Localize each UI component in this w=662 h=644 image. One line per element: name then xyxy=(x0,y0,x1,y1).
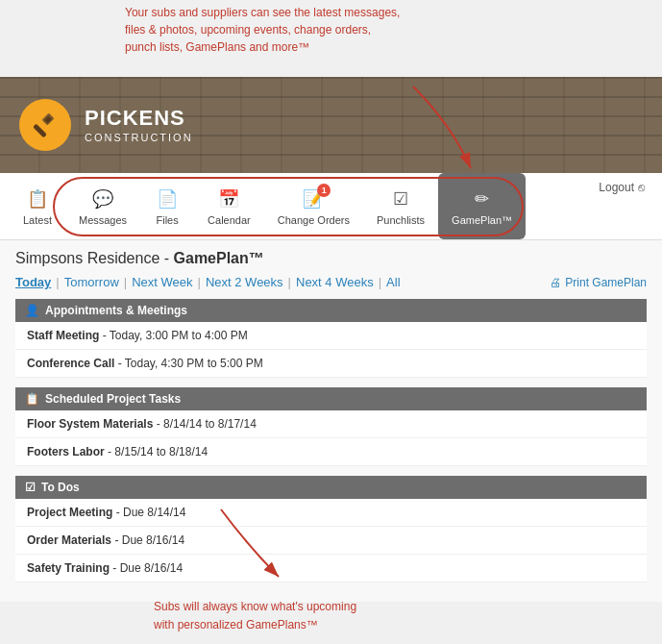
item-name: Order Materials xyxy=(27,533,111,547)
nav-item-messages[interactable]: 💬Messages xyxy=(65,173,140,239)
section-todos: ☑To DosProject Meeting - Due 8/14/14Orde… xyxy=(15,476,647,582)
print-gameplan-button[interactable]: 🖨 Print GamePlan xyxy=(550,276,647,289)
item-detail: - Due 8/16/14 xyxy=(110,561,183,575)
nav-label-calendar: Calendar xyxy=(208,214,251,226)
company-name: PICKENS xyxy=(85,106,193,131)
nav-label-latest: Latest xyxy=(23,214,52,226)
item-detail: - 8/15/14 to 8/18/14 xyxy=(105,445,208,458)
table-row: Safety Training - Due 8/16/14 xyxy=(15,555,647,582)
nav-item-gameplan[interactable]: ✏GamePlan™ xyxy=(438,173,526,239)
logout-icon: ⎋ xyxy=(638,181,645,194)
nav-label-messages: Messages xyxy=(79,214,127,226)
filter-bar: Today|Tomorrow|Next Week|Next 2 Weeks|Ne… xyxy=(15,275,647,289)
item-name: Safety Training xyxy=(27,561,110,575)
print-icon: 🖨 xyxy=(550,276,561,289)
nav-label-files: Files xyxy=(156,214,178,226)
section-tasks: 📋Scheduled Project TasksFloor System Mat… xyxy=(15,387,647,466)
annotation-top: Your subs and suppliers can see the late… xyxy=(125,4,400,56)
nav-badge-change-orders: 1 xyxy=(317,184,331,197)
filter-link-all[interactable]: All xyxy=(386,275,400,289)
nav-icon-messages: 💬 xyxy=(89,187,116,211)
nav-label-gameplan: GamePlan™ xyxy=(452,214,512,226)
table-row: Staff Meeting - Today, 3:00 PM to 4:00 P… xyxy=(15,322,647,350)
logout-button[interactable]: Logout ⎋ xyxy=(591,181,652,194)
table-row: Project Meeting - Due 8/14/14 xyxy=(15,499,647,527)
filter-separator: | xyxy=(198,275,201,289)
nav-icon-gameplan: ✏ xyxy=(469,187,496,211)
section-header-appointments: 👤Appointments & Meetings xyxy=(15,299,647,322)
section-header-todos: ☑To Dos xyxy=(15,476,647,499)
logo-circle xyxy=(19,99,71,151)
section-icon-tasks: 📋 xyxy=(25,392,39,406)
annotation-bottom: Subs will always know what's upcoming wi… xyxy=(154,598,356,634)
nav-icon-calendar: 📅 xyxy=(215,187,242,211)
filter-link-tomorrow[interactable]: Tomorrow xyxy=(64,275,119,289)
page-title: Simpsons Residence - GamePlan™ xyxy=(15,250,647,267)
filter-separator: | xyxy=(288,275,291,289)
filter-link-next-week[interactable]: Next Week xyxy=(132,275,192,289)
nav-label-change-orders: Change Orders xyxy=(278,214,350,226)
nav-icon-files: 📄 xyxy=(154,187,181,211)
section-appointments: 👤Appointments & MeetingsStaff Meeting - … xyxy=(15,299,647,378)
nav-item-calendar[interactable]: 📅Calendar xyxy=(194,173,264,239)
section-title-tasks: Scheduled Project Tasks xyxy=(45,392,181,406)
sections-container: 👤Appointments & MeetingsStaff Meeting - … xyxy=(15,299,647,582)
section-title-appointments: Appointments & Meetings xyxy=(45,304,187,317)
nav-item-files[interactable]: 📄Files xyxy=(140,173,194,239)
table-row: Footers Labor - 8/15/14 to 8/18/14 xyxy=(15,438,647,466)
filter-link-next-4-weeks[interactable]: Next 4 Weeks xyxy=(296,275,374,289)
nav-icon-change-orders: 📝1 xyxy=(300,187,327,211)
item-detail: - Due 8/16/14 xyxy=(111,533,184,547)
section-title-todos: To Dos xyxy=(41,481,80,494)
navbar: 📋Latest💬Messages📄Files📅Calendar📝1Change … xyxy=(0,173,662,240)
nav-icon-punchlists: ☑ xyxy=(387,187,414,211)
nav-label-punchlists: Punchlists xyxy=(377,214,425,226)
item-name: Project Meeting xyxy=(27,506,112,519)
table-row: Floor System Materials - 8/14/14 to 8/17… xyxy=(15,410,647,438)
nav-icon-latest: 📋 xyxy=(24,187,51,211)
table-row: Order Materials - Due 8/16/14 xyxy=(15,527,647,555)
section-header-tasks: 📋Scheduled Project Tasks xyxy=(15,387,647,410)
svg-rect-1 xyxy=(33,124,47,138)
table-row: Conference Call - Today, 4:30 PM to 5:00… xyxy=(15,350,647,378)
nav-items: 📋Latest💬Messages📄Files📅Calendar📝1Change … xyxy=(10,173,591,239)
item-name: Conference Call xyxy=(27,357,114,370)
item-detail: - Due 8/14/14 xyxy=(112,506,185,519)
header: PICKENS CONSTRUCTION xyxy=(0,77,662,173)
section-icon-appointments: 👤 xyxy=(25,304,39,317)
item-detail: - Today, 3:00 PM to 4:00 PM xyxy=(99,329,247,342)
filter-separator: | xyxy=(379,275,381,289)
filter-link-today[interactable]: Today xyxy=(15,275,51,289)
item-name: Footers Labor xyxy=(27,445,105,458)
section-icon-todos: ☑ xyxy=(25,481,36,494)
nav-item-latest[interactable]: 📋Latest xyxy=(10,173,65,239)
item-detail: - 8/14/14 to 8/17/14 xyxy=(153,417,256,431)
company-logo-text: PICKENS CONSTRUCTION xyxy=(85,106,193,144)
item-detail: - Today, 4:30 PM to 5:00 PM xyxy=(114,357,262,370)
item-name: Staff Meeting xyxy=(27,329,99,342)
filter-separator: | xyxy=(56,275,59,289)
filter-links: Today|Tomorrow|Next Week|Next 2 Weeks|Ne… xyxy=(15,275,401,289)
filter-link-next-2-weeks[interactable]: Next 2 Weeks xyxy=(206,275,283,289)
filter-separator: | xyxy=(124,275,127,289)
item-name: Floor System Materials xyxy=(27,417,153,431)
nav-item-punchlists[interactable]: ☑Punchlists xyxy=(363,173,438,239)
hammer-icon xyxy=(30,110,61,140)
company-sub: CONSTRUCTION xyxy=(85,132,193,144)
nav-item-change-orders[interactable]: 📝1Change Orders xyxy=(264,173,363,239)
main-content: Simpsons Residence - GamePlan™ Today|Tom… xyxy=(0,240,662,602)
